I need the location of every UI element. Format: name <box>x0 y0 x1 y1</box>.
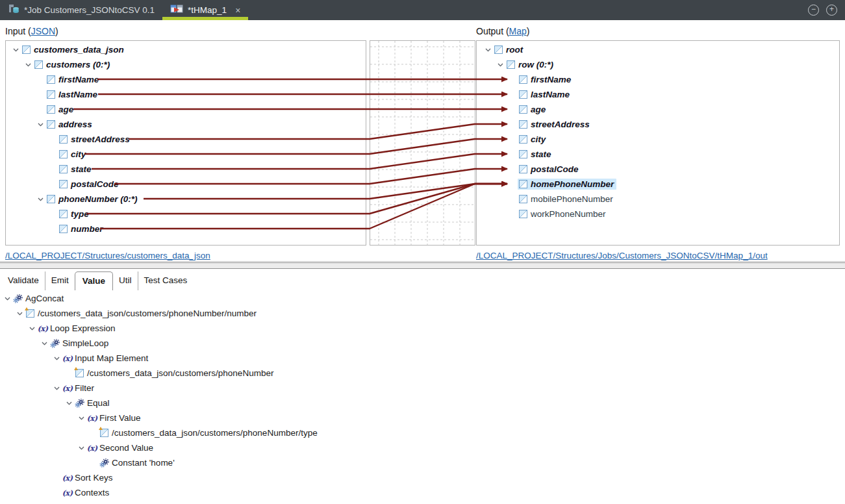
close-icon[interactable]: × <box>235 6 240 15</box>
job-icon <box>8 4 19 16</box>
tab-value[interactable]: Value <box>75 271 113 290</box>
output-header-suffix: ) <box>527 26 530 36</box>
output-structure-link[interactable]: /LOCAL_PROJECT/Structures/Jobs/Customers… <box>476 251 768 260</box>
input-header: Input (JSON) <box>5 26 58 36</box>
tree-row-firstname[interactable]: firstName <box>6 72 366 87</box>
output-tree-panel: rootrow (0:*)firstNamelastNameagestreetA… <box>476 40 840 246</box>
tree-row-streetaddress[interactable]: streetAddress <box>6 132 366 147</box>
tree-row-age[interactable]: age <box>477 102 839 117</box>
tree-row-customers-data-json[interactable]: customers_data_json <box>6 42 366 57</box>
output-format-link[interactable]: Map <box>509 26 527 36</box>
tree-row-second-value[interactable]: (x)Second Value <box>0 440 845 455</box>
row-content: (x)Input Map Element <box>62 353 151 364</box>
tab-thmap[interactable]: *tHMap_1 × <box>162 0 248 20</box>
map-element-ref-icon <box>75 369 84 377</box>
splitter-sash[interactable] <box>0 262 845 269</box>
map-element-icon <box>518 210 528 218</box>
tree-row-mobilephonenumber[interactable]: mobilePhoneNumber <box>477 192 839 207</box>
tree-row-simpleloop[interactable]: SimpleLoop <box>0 336 845 351</box>
tree-row-homephonenumber[interactable]: homePhoneNumber <box>477 177 839 192</box>
tree-row-address[interactable]: address <box>6 117 366 132</box>
tree-row-type[interactable]: type <box>6 207 366 221</box>
chevron-down-icon[interactable] <box>3 297 12 301</box>
tree-row-lastname[interactable]: lastName <box>6 87 366 102</box>
tree-row-state[interactable]: state <box>6 162 366 177</box>
chevron-down-icon[interactable] <box>52 386 62 390</box>
tree-label: Contexts <box>75 488 109 498</box>
row-content: lastName <box>45 89 100 100</box>
chevron-down-icon[interactable] <box>36 123 45 127</box>
map-element-icon <box>34 60 44 69</box>
input-tree: customers_data_jsoncustomers (0:*)firstN… <box>6 41 366 236</box>
fx-icon: (x) <box>87 414 97 423</box>
tree-row-age[interactable]: age <box>6 102 366 117</box>
row-content: (x)First Value <box>86 412 144 423</box>
map-element-icon <box>58 165 68 173</box>
tree-row-lastname[interactable]: lastName <box>477 87 839 102</box>
tab-job-designer[interactable]: *Job Customers_JSONtoCSV 0.1 <box>0 0 162 20</box>
chevron-down-icon[interactable] <box>77 446 86 450</box>
map-element-icon <box>46 120 56 129</box>
row-content: lastName <box>518 89 572 100</box>
chevron-down-icon[interactable] <box>77 416 86 420</box>
chevron-down-icon[interactable] <box>64 401 74 405</box>
chevron-down-icon[interactable] <box>23 63 33 67</box>
mapping-canvas[interactable] <box>370 40 475 246</box>
tree-row-loop-expression[interactable]: (x)Loop Expression <box>0 321 845 336</box>
tree-row-customers-data-json-customers-phonenumber[interactable]: /customers_data_json/customers/phoneNumb… <box>0 366 845 381</box>
tree-row-postalcode[interactable]: postalCode <box>477 162 839 177</box>
maximize-icon[interactable]: + <box>826 5 837 16</box>
chevron-down-icon[interactable] <box>36 197 45 201</box>
tree-label: type <box>71 209 89 219</box>
tree-label: Constant 'home' <box>112 458 175 468</box>
tree-row-phonenumber-0[interactable]: phoneNumber (0:*) <box>6 192 366 207</box>
tree-row-customers-0[interactable]: customers (0:*) <box>6 57 366 72</box>
tree-row-postalcode[interactable]: postalCode <box>6 177 366 192</box>
minimize-icon[interactable]: − <box>808 5 819 16</box>
tree-row-customers-data-json-customers-phonenumber-[interactable]: /customers_data_json/customers/phoneNumb… <box>0 425 845 440</box>
tree-row-city[interactable]: city <box>6 147 366 162</box>
tree-label: Second Value <box>99 443 153 453</box>
chevron-down-icon[interactable] <box>11 48 21 52</box>
map-element-icon <box>518 135 528 144</box>
map-element-icon <box>46 105 56 114</box>
tab-validate[interactable]: Validate <box>2 271 45 290</box>
tree-row-filter[interactable]: (x)Filter <box>0 381 845 396</box>
tree-label: city <box>531 134 546 144</box>
tree-row-root[interactable]: root <box>477 42 839 57</box>
chevron-down-icon[interactable] <box>15 312 25 316</box>
input-format-link[interactable]: JSON <box>31 26 55 36</box>
tree-row-firstname[interactable]: firstName <box>477 72 839 87</box>
output-tree: rootrow (0:*)firstNamelastNameagestreetA… <box>477 41 839 221</box>
chevron-down-icon[interactable] <box>40 342 49 346</box>
tree-row-customers-data-json-customers-phonenumber-[interactable]: /customers_data_json/customers/phoneNumb… <box>0 306 845 321</box>
tab-emit[interactable]: Emit <box>45 271 75 290</box>
tree-label: state <box>531 149 551 159</box>
chevron-down-icon[interactable] <box>27 327 37 331</box>
tree-row-equal[interactable]: Equal <box>0 396 845 410</box>
tree-row-input-map-element[interactable]: (x)Input Map Element <box>0 351 845 366</box>
row-content: (x)Second Value <box>86 442 156 453</box>
chevron-down-icon[interactable] <box>52 357 62 360</box>
tree-row-number[interactable]: number <box>6 221 366 236</box>
row-content: city <box>58 149 88 160</box>
tree-row-state[interactable]: state <box>477 147 839 162</box>
tree-row-first-value[interactable]: (x)First Value <box>0 410 845 425</box>
tree-row-contexts[interactable]: (x)Contexts <box>0 485 845 500</box>
tree-row-agconcat[interactable]: AgConcat <box>0 291 845 306</box>
tree-row-row-0[interactable]: row (0:*) <box>477 57 839 72</box>
map-element-ref-icon <box>25 309 35 318</box>
row-content: streetAddress <box>58 134 132 145</box>
tab-test-cases[interactable]: Test Cases <box>138 271 194 290</box>
chevron-down-icon[interactable] <box>483 48 493 52</box>
tree-row-sort-keys[interactable]: (x)Sort Keys <box>0 470 845 485</box>
tree-label: city <box>71 149 86 159</box>
tree-row-city[interactable]: city <box>477 132 839 147</box>
chevron-down-icon[interactable] <box>496 63 505 67</box>
tree-row-constant-home[interactable]: Constant 'home' <box>0 455 845 470</box>
row-content: (x)Loop Expression <box>37 323 118 334</box>
tree-row-streetaddress[interactable]: streetAddress <box>477 117 839 132</box>
input-structure-link[interactable]: /LOCAL_PROJECT/Structures/customers_data… <box>5 251 210 260</box>
tree-row-workphonenumber[interactable]: workPhoneNumber <box>477 207 839 221</box>
tab-util[interactable]: Util <box>113 271 138 290</box>
